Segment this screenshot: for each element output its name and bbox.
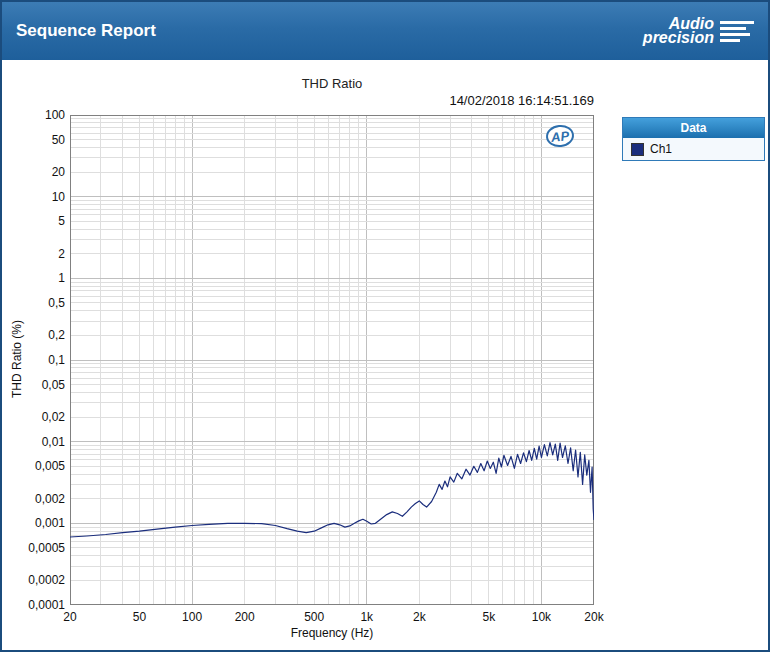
report-title: Sequence Report bbox=[16, 21, 156, 41]
y-axis-label: THD Ratio (%) bbox=[10, 114, 24, 604]
audio-precision-logo: Audio precision bbox=[643, 17, 754, 45]
legend-header: Data bbox=[623, 118, 764, 138]
x-tick-label: 200 bbox=[215, 610, 275, 624]
legend-label: Ch1 bbox=[650, 142, 672, 156]
logo-word-precision: precision bbox=[643, 31, 714, 45]
chart-timestamp: 14/02/2018 16:14:51.169 bbox=[449, 93, 594, 108]
legend-item-ch1[interactable]: Ch1 bbox=[623, 138, 764, 160]
x-tick-label: 500 bbox=[284, 610, 344, 624]
x-tick-label: 2k bbox=[389, 610, 449, 624]
x-tick-label: 5k bbox=[459, 610, 519, 624]
x-tick-label: 100 bbox=[162, 610, 222, 624]
x-tick-label: 20k bbox=[564, 610, 624, 624]
logo-bars-icon bbox=[720, 19, 754, 43]
plot-canvas bbox=[70, 115, 594, 605]
plot-region: AP bbox=[70, 115, 594, 605]
chart-area: THD Ratio 14/02/2018 16:14:51.169 AP 205… bbox=[2, 60, 768, 648]
sequence-report-window: Sequence Report Audio precision THD Rati… bbox=[0, 0, 770, 652]
x-tick-label: 1k bbox=[337, 610, 397, 624]
report-header: Sequence Report Audio precision bbox=[2, 2, 768, 60]
chart-title: THD Ratio bbox=[70, 76, 594, 91]
legend-swatch bbox=[631, 143, 644, 156]
x-tick-label: 10k bbox=[511, 610, 571, 624]
logo-text: Audio precision bbox=[643, 17, 714, 45]
x-axis-label: Frequency (Hz) bbox=[70, 626, 594, 640]
x-tick-label: 20 bbox=[40, 610, 100, 624]
x-tick-label: 50 bbox=[110, 610, 170, 624]
legend: Data Ch1 bbox=[622, 117, 765, 161]
